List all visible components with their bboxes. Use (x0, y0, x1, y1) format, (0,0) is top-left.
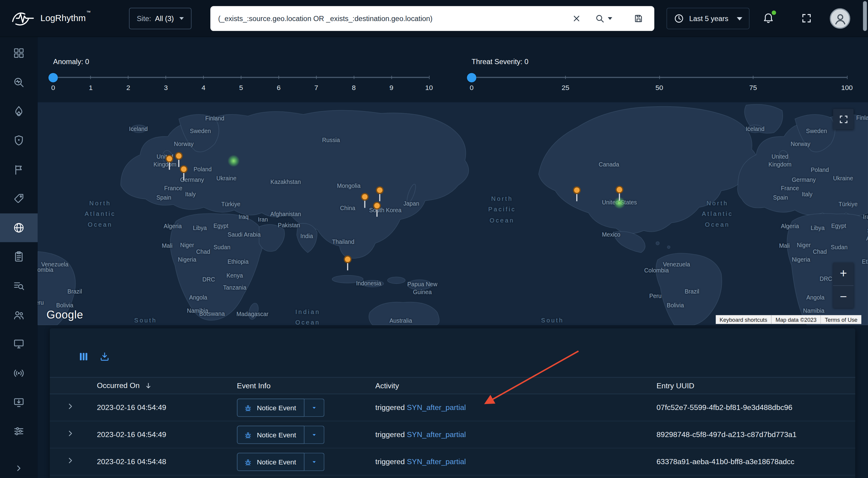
table-header: Occurred On Event Info Activity Entry UU… (50, 377, 855, 394)
terms-of-use-link[interactable]: Terms of Use (820, 315, 861, 324)
notice-event-button[interactable]: Notice Event (237, 453, 304, 471)
slider-tick-label: 9 (390, 84, 393, 92)
sidebar-item-monitor-arrow[interactable] (0, 388, 38, 417)
slider-tick-label: 50 (655, 84, 663, 92)
anomaly-slider-handle[interactable] (49, 73, 58, 82)
sidebar-collapse-button[interactable] (0, 460, 38, 477)
time-range-selector[interactable]: Last 5 years (666, 8, 749, 30)
search-bar (210, 6, 654, 31)
map-pin[interactable] (344, 255, 352, 271)
event-info-cell: Notice Event (237, 425, 324, 444)
header-entry-uuid: Entry UUID (656, 381, 694, 390)
map-pin[interactable] (373, 202, 381, 217)
pin-ball (376, 186, 384, 194)
anomaly-slider-track[interactable]: 012345678910 (53, 77, 429, 78)
sidebar-item-grid[interactable] (0, 39, 38, 68)
event-glow (227, 155, 240, 167)
list-search-icon (13, 280, 25, 292)
zoom-in-button[interactable]: + (833, 263, 854, 285)
sidebar-item-broadcast[interactable] (0, 359, 38, 388)
map-pin[interactable] (165, 155, 173, 170)
logo-text: LogRhythm™ (40, 13, 91, 23)
sidebar-item-sliders[interactable] (0, 417, 38, 446)
map-data-text: Map data ©2023 (771, 315, 821, 324)
clear-search-button[interactable] (568, 10, 584, 27)
row-expander[interactable] (65, 455, 78, 468)
sidebar-item-list-search[interactable] (0, 272, 38, 300)
download-icon (99, 351, 110, 362)
slider-tick-label: 6 (277, 84, 281, 92)
notice-event-caret[interactable] (304, 425, 324, 444)
map-pin[interactable] (180, 165, 188, 181)
activity-link[interactable]: SYN_after_partial (407, 457, 466, 466)
sidebar-item-flag[interactable] (0, 155, 38, 184)
row-expander[interactable] (65, 401, 78, 413)
row-expander[interactable] (65, 428, 78, 440)
geo-map[interactable]: FinlandIcelandSwedenNorwayRussiaUnited K… (38, 102, 868, 325)
save-search-button[interactable] (630, 10, 647, 27)
zoom-out-button[interactable]: − (833, 285, 854, 308)
notice-event-caret[interactable] (304, 399, 324, 417)
sidebar-item-people[interactable] (0, 301, 38, 330)
header-occurred-on[interactable]: Occurred On (97, 381, 153, 390)
sidebar-item-search-pulse[interactable] (0, 68, 38, 97)
user-avatar[interactable] (830, 8, 850, 29)
clock-icon (674, 13, 684, 24)
sidebar-item-tag[interactable] (0, 184, 38, 213)
notifications-button[interactable] (762, 12, 775, 25)
occurred-on-cell: 2023-02-16 04:54:48 (97, 457, 166, 466)
slider-tick (391, 76, 392, 79)
fullscreen-button[interactable] (801, 13, 812, 24)
map-fullscreen-button[interactable] (833, 109, 854, 130)
keyboard-shortcuts-link[interactable]: Keyboard shortcuts (716, 315, 771, 324)
top-bar: LogRhythm™ Site: All (3) Last 5 years (0, 0, 868, 37)
sidebar-item-globe[interactable] (0, 213, 38, 242)
notice-event-caret[interactable] (304, 453, 324, 471)
pin-ball (573, 186, 581, 194)
person-icon (833, 11, 847, 26)
slider-tick-label: 10 (425, 84, 433, 92)
notice-event-button[interactable]: Notice Event (237, 399, 304, 417)
grid-icon (13, 47, 25, 59)
search-input[interactable] (218, 14, 568, 23)
monitor-icon (13, 338, 25, 350)
sidebar-item-shield[interactable] (0, 126, 38, 155)
slider-tick (846, 76, 847, 79)
sidebar-item-monitor[interactable] (0, 330, 38, 358)
slider-tick (353, 76, 354, 79)
column-settings-button[interactable] (78, 351, 90, 363)
download-button[interactable] (99, 351, 111, 363)
chevron-down-icon (737, 17, 742, 20)
activity-link[interactable]: SYN_after_partial (407, 403, 466, 412)
activity-link[interactable]: SYN_after_partial (407, 431, 466, 439)
google-logo[interactable]: Google (46, 309, 83, 321)
map-pin[interactable] (376, 186, 384, 202)
event-info-cell: Notice Event (237, 453, 324, 471)
map-pin[interactable] (573, 186, 581, 202)
threat-slider-track[interactable]: 0255075100 (472, 77, 847, 78)
search-options-caret[interactable] (608, 17, 613, 20)
notice-event-button[interactable]: Notice Event (237, 425, 304, 444)
site-selector[interactable]: Site: All (3) (129, 8, 191, 30)
tag-icon (13, 193, 25, 205)
pin-ball (180, 165, 188, 173)
map-pin[interactable] (615, 186, 623, 201)
table-row: 2023-02-16 04:54:48Notice Eventtriggered… (50, 448, 855, 476)
sort-desc-icon (144, 381, 153, 390)
fullscreen-icon (838, 114, 848, 124)
bug-icon (244, 431, 252, 439)
flame-icon (13, 105, 25, 117)
slider-tick (166, 76, 166, 79)
search-button[interactable] (591, 10, 608, 27)
chevron-right-icon (65, 401, 75, 411)
people-icon (13, 309, 25, 321)
scrollbar-thumb[interactable] (863, 1, 867, 31)
pin-ball (615, 186, 623, 194)
sidebar-item-flame[interactable] (0, 97, 38, 126)
threat-slider-handle[interactable] (467, 73, 476, 82)
uuid-cell: 89298748-c5f8-497d-a213-c87d7bd773a1 (656, 431, 797, 439)
map-pin[interactable] (361, 193, 369, 208)
slider-tick (429, 76, 430, 79)
sidebar-item-clipboard[interactable] (0, 242, 38, 271)
logrhythm-logo[interactable]: LogRhythm™ (11, 9, 91, 27)
